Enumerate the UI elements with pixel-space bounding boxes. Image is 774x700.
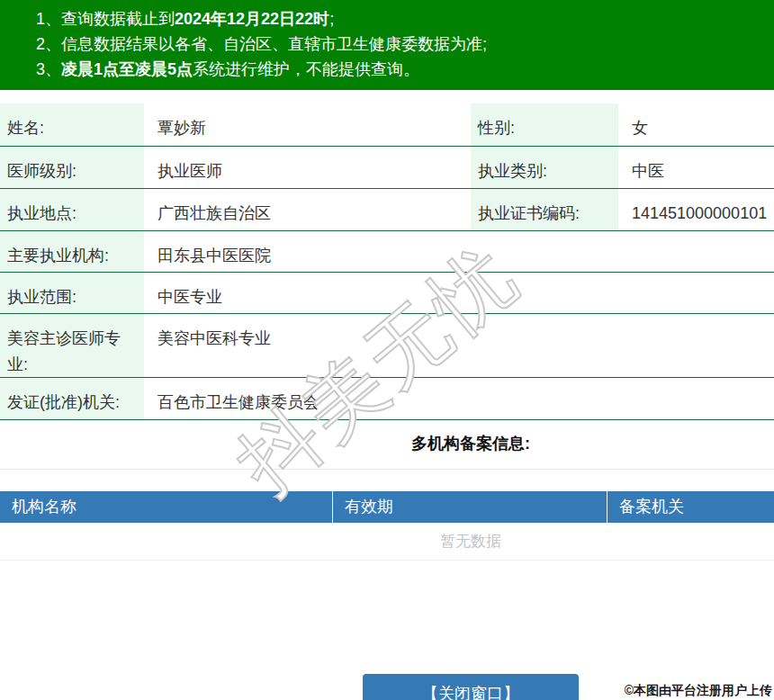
notice-text-bold: 2024年12月22日22时 [175,10,329,28]
notice-banner: 1、查询数据截止到2024年12月22日22时; 2、信息数据结果以各省、自治区… [0,0,774,90]
info-row-practice-scope: 执业范围: 中医专业 [0,273,774,314]
notice-line-1: 1、查询数据截止到2024年12月22日22时; [36,6,774,31]
notice-number: 1、 [36,10,61,28]
notice-text-bold: 凌晨1点至凌晨5点 [61,60,193,78]
info-row-name-gender: 姓名: 覃妙新 性别: 女 [0,103,774,147]
issuing-authority-label: 发证(批准)机关: [0,378,144,419]
info-row-level-category: 医师级别: 执业医师 执业类别: 中医 [0,147,774,189]
info-row-issuing-authority: 发证(批准)机关: 百色市卫生健康委员会 [0,378,774,420]
notice-text: 系统进行维护，不能提供查询。 [193,60,419,78]
column-header-validity-period: 有效期 [333,491,608,523]
issuing-authority-value: 百色市卫生健康委员会 [144,378,774,419]
gender-value: 女 [618,103,774,146]
notice-number: 2、 [36,35,61,53]
license-number-value: 141451000000101 [618,189,774,230]
practitioner-info-table: 姓名: 覃妙新 性别: 女 医师级别: 执业医师 执业类别: 中医 [0,103,774,420]
notice-text: ; [329,10,334,28]
practice-location-value: 广西壮族自治区 [144,189,471,230]
multi-institution-section-title: 多机构备案信息: [0,433,774,454]
doctor-level-label: 医师级别: [0,147,144,188]
main-institution-value: 田东县中医医院 [144,231,774,272]
notice-number: 3、 [36,60,61,78]
practice-scope-value: 中医专业 [144,273,774,313]
page-content: 1、查询数据截止到2024年12月22日22时; 2、信息数据结果以各省、自治区… [0,0,774,700]
notice-text: 查询数据截止到 [61,10,175,28]
query-result-window: 1、查询数据截止到2024年12月22日22时; 2、信息数据结果以各省、自治区… [0,0,774,700]
close-window-button[interactable]: 【关闭窗口】 [363,674,579,700]
section-divider [0,469,774,470]
notice-line-2: 2、信息数据结果以各省、自治区、直辖市卫生健康委数据为准; [36,31,774,57]
doctor-level-value: 执业医师 [144,147,471,188]
gender-label: 性别: [471,103,618,146]
cosmetic-specialty-value: 美容中医科专业 [144,314,774,377]
info-row-cosmetic-specialty: 美容主诊医师专业: 美容中医科专业 [0,314,774,378]
practice-location-label: 执业地点: [0,189,144,230]
column-header-record-authority: 备案机关 [608,491,774,523]
records-table-header: 机构名称 有效期 备案机关 [0,491,774,523]
notice-line-3: 3、凌晨1点至凌晨5点系统进行维护，不能提供查询。 [36,57,774,82]
practice-category-label: 执业类别: [471,147,618,188]
upload-stamp: ©本图由平台注册用户上传 [625,683,772,699]
cosmetic-specialty-label: 美容主诊医师专业: [0,314,144,377]
license-number-label: 执业证书编码: [471,189,618,230]
practice-scope-label: 执业范围: [0,273,144,313]
info-row-main-institution: 主要执业机构: 田东县中医医院 [0,231,774,273]
main-institution-label: 主要执业机构: [0,231,144,272]
name-label: 姓名: [0,103,144,146]
notice-text: 信息数据结果以各省、自治区、直辖市卫生健康委数据为准; [61,35,487,53]
practice-category-value: 中医 [618,147,774,188]
records-empty-state: 暂无数据 [0,523,774,561]
name-value: 覃妙新 [144,103,471,146]
info-row-location-license: 执业地点: 广西壮族自治区 执业证书编码: 141451000000101 [0,189,774,231]
column-header-institution-name: 机构名称 [0,491,333,523]
